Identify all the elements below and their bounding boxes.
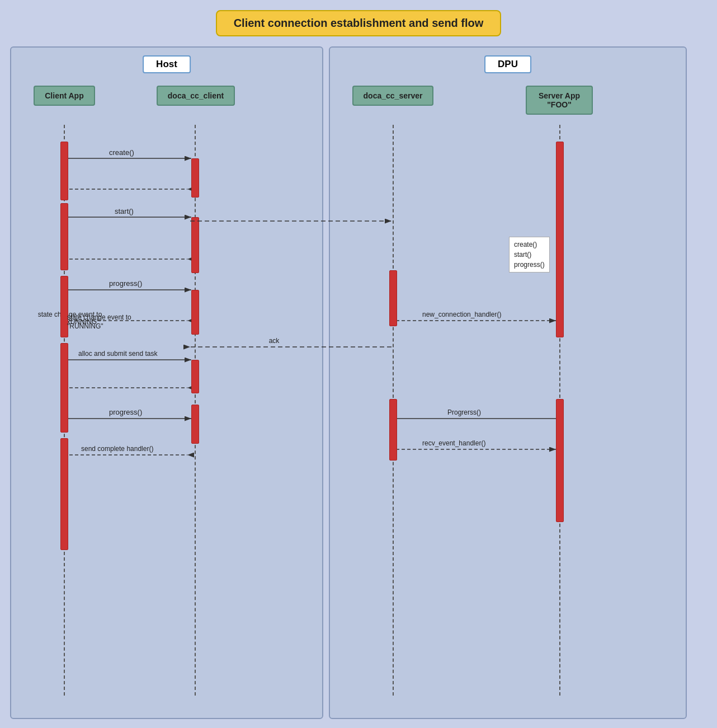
sa-act1: [556, 142, 564, 337]
main-container: Host Client App doca_cc_client create() …: [10, 46, 707, 719]
title-box: Client connection establishment and send…: [0, 10, 717, 36]
sa-act2: [556, 399, 564, 522]
dcc-act4: [191, 360, 199, 393]
host-panel-title: Host: [143, 55, 191, 73]
dcs-act2: [389, 399, 397, 461]
dpu-panel: DPU doca_cc_server Server App "FOO" new_…: [329, 46, 687, 719]
svg-text:Progrerss(): Progrerss(): [447, 408, 481, 416]
svg-text:recv_event_handler(): recv_event_handler(): [422, 439, 485, 447]
ca-act2: [60, 203, 68, 270]
dpu-diagram-area: doca_cc_server Server App "FOO" new_conn…: [336, 86, 680, 701]
server-app-actor: Server App "FOO": [526, 86, 593, 115]
server-init-label: create()start()progress(): [509, 237, 550, 273]
diagram-title: Client connection establishment and send…: [216, 10, 502, 36]
dpu-panel-title: DPU: [484, 55, 531, 73]
ca-act4: [60, 343, 68, 433]
ca-act1: [60, 142, 68, 200]
doca-cc-server-actor: doca_cc_server: [352, 86, 433, 106]
svg-text:alloc and submit send task: alloc and submit send task: [78, 350, 158, 358]
host-panel: Host Client App doca_cc_client create() …: [10, 46, 323, 719]
client-app-actor: Client App: [34, 86, 95, 106]
svg-text:create(): create(): [109, 148, 134, 157]
ca-act5: [60, 438, 68, 550]
state-change-label: state change event to"RUNNING": [67, 313, 131, 331]
dpu-arrows-svg: new_connection_handler() Progrerss() rec…: [336, 86, 682, 701]
dcc-act2: [191, 217, 199, 273]
svg-text:start(): start(): [115, 207, 134, 215]
svg-text:new_connection_handler(): new_connection_handler(): [422, 311, 501, 318]
svg-text:progress(): progress(): [109, 279, 142, 288]
svg-text:send complete handler(): send complete handler(): [81, 445, 153, 453]
host-diagram-area: Client App doca_cc_client create() start…: [17, 86, 317, 701]
dcc-act3: [191, 290, 199, 335]
dcs-act1: [389, 270, 397, 326]
dcc-act5: [191, 405, 199, 444]
dcc-act1: [191, 158, 199, 198]
doca-cc-client-actor: doca_cc_client: [157, 86, 235, 106]
svg-text:progress(): progress(): [109, 408, 142, 416]
